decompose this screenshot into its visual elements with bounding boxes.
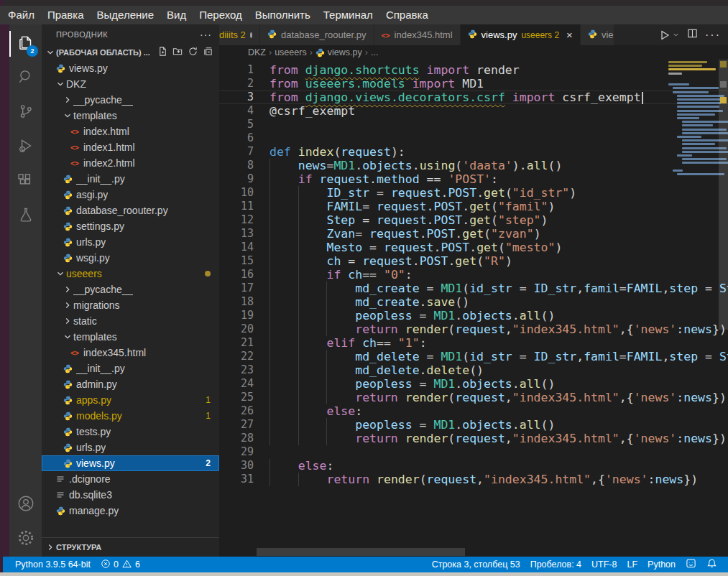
- py-file-icon: [267, 29, 277, 41]
- tree-item-admin.py[interactable]: admin.py: [42, 376, 219, 392]
- breadcrumb-segment[interactable]: DKZ: [248, 47, 266, 57]
- refresh-icon[interactable]: [188, 46, 198, 60]
- settings-button[interactable]: [9, 522, 42, 557]
- line-number: 22: [219, 350, 254, 363]
- horizontal-scrollbar[interactable]: [219, 548, 719, 557]
- tree-item-DKZ[interactable]: DKZ: [42, 76, 219, 92]
- code-line-24: 24peopless = MD1.objects.all(): [219, 377, 728, 391]
- menu-item[interactable]: Правка: [41, 6, 91, 24]
- outline-section-header[interactable]: СТРУКТУРА: [42, 537, 219, 557]
- problems-badge: 1: [206, 395, 211, 405]
- tree-item-__init__.py[interactable]: __init__.py: [42, 361, 219, 376]
- problems-badge: 1: [206, 411, 211, 421]
- code-line-10: 10ID_str = request.POST.get("id_str"): [219, 186, 728, 200]
- run-debug-icon: [17, 136, 35, 158]
- tree-item-tests.py[interactable]: tests.py: [42, 424, 219, 440]
- tree-item-settings.py[interactable]: settings.py: [42, 218, 219, 234]
- tree-item-urls.py[interactable]: urls.py: [42, 234, 219, 250]
- cursor-position-status[interactable]: Строка 3, столбец 53: [427, 558, 525, 571]
- tree-item-static[interactable]: static: [42, 313, 219, 329]
- indentation-status[interactable]: Пробелов: 4: [525, 558, 586, 571]
- play-icon: [659, 29, 671, 41]
- editor-more-actions-icon[interactable]: ···: [705, 29, 721, 42]
- problems-status[interactable]: 0 6: [96, 559, 145, 571]
- workspace-section-header[interactable]: (РАБОЧАЯ ОБЛАСТЬ) ...: [42, 45, 219, 60]
- notifications-button[interactable]: [701, 558, 722, 571]
- tree-item-db.sqlite3[interactable]: db.sqlite3: [42, 487, 219, 503]
- menu-item[interactable]: Выполнить: [249, 6, 317, 24]
- tree-item-__init__.py[interactable]: __init__.py: [42, 171, 219, 187]
- line-number: 17: [219, 282, 254, 295]
- explorer-badge: 2: [27, 45, 38, 57]
- minimap[interactable]: [668, 61, 719, 187]
- settings-gear-icon: [17, 529, 35, 550]
- tab-index345.html[interactable]: <>index345.html: [374, 24, 461, 45]
- split-editor-icon[interactable]: [687, 28, 698, 42]
- tree-item-database_roouter.py[interactable]: database_roouter.py: [42, 203, 219, 218]
- vertical-scrollbar[interactable]: [719, 60, 728, 557]
- line-number: 20: [219, 322, 254, 336]
- activity-run-debug-button[interactable]: [9, 130, 42, 164]
- new-file-icon[interactable]: [157, 46, 168, 60]
- menu-item[interactable]: Вид: [160, 6, 193, 24]
- activity-source-control-button[interactable]: [9, 96, 42, 130]
- tab-database_roouter.py[interactable]: database_roouter.py: [260, 24, 374, 45]
- tree-item-views.py[interactable]: views.py2: [42, 455, 219, 471]
- activity-testing-button[interactable]: [9, 199, 42, 233]
- encoding-status[interactable]: UTF-8: [586, 558, 622, 571]
- collapse-all-icon[interactable]: [203, 46, 213, 60]
- tree-item-useeers[interactable]: useeers: [42, 266, 219, 282]
- python-interpreter-status[interactable]: Python 3.9.5 64-bit: [10, 559, 96, 571]
- activity-explorer-button[interactable]: 2: [9, 27, 42, 61]
- tab-vie[interactable]: vie: [581, 24, 614, 45]
- menu-item[interactable]: Справка: [379, 6, 435, 24]
- tree-item-index.html[interactable]: <>index.html: [42, 124, 219, 139]
- menu-item[interactable]: Файл: [1, 6, 41, 24]
- tree-item-templates[interactable]: templates: [42, 108, 219, 124]
- account-button[interactable]: [9, 488, 42, 522]
- chevron-down-icon: [62, 332, 73, 342]
- code-editor[interactable]: 1from django.shortcuts import render2fro…: [219, 60, 728, 557]
- code-line-23: 23md_delete.delete(): [219, 363, 728, 377]
- breadcrumb-segment[interactable]: views.py: [315, 47, 362, 57]
- tree-item-index1.html[interactable]: <>index1.html: [42, 139, 219, 155]
- feedback-button[interactable]: [681, 558, 701, 571]
- tree-item-views.py[interactable]: views.py: [42, 60, 219, 76]
- line-number: 31: [219, 473, 254, 486]
- tab-diiits 2[interactable]: diiits 2: [219, 24, 260, 45]
- breadcrumb-segment[interactable]: ...: [371, 47, 378, 57]
- tree-item-templates[interactable]: templates: [42, 329, 219, 345]
- tree-item-models.py[interactable]: models.py1: [42, 408, 219, 424]
- tree-item-__pycache__[interactable]: __pycache__: [42, 282, 219, 297]
- breadcrumb-segment[interactable]: useeers: [275, 47, 306, 57]
- tab-views.py[interactable]: views.pyuseeers 2×: [461, 24, 581, 45]
- tree-item-asgi.py[interactable]: asgi.py: [42, 187, 219, 203]
- tree-item-.dcignore[interactable]: .dcignore: [42, 471, 219, 487]
- activity-search-button[interactable]: [9, 61, 42, 96]
- sidebar-more-actions-icon[interactable]: ···: [200, 29, 212, 40]
- close-icon[interactable]: ×: [566, 29, 573, 41]
- chevron-right-icon: [45, 542, 56, 552]
- source-control-icon: [17, 102, 35, 124]
- line-number: 5: [219, 118, 254, 131]
- tree-item-migrations[interactable]: migrations: [42, 297, 219, 313]
- activity-bar: 2: [9, 24, 42, 557]
- run-python-file-button[interactable]: [659, 29, 680, 41]
- tree-item-__pycache__[interactable]: __pycache__: [42, 92, 219, 108]
- menu-item[interactable]: Переход: [193, 6, 249, 24]
- tree-item-index2.html[interactable]: <>index2.html: [42, 155, 219, 171]
- menu-item[interactable]: Терминал: [317, 6, 379, 24]
- tree-item-index345.html[interactable]: <>index345.html: [42, 345, 219, 361]
- menu-item[interactable]: Выделение: [91, 6, 160, 24]
- code-line-16: 16if ch== "0":: [219, 268, 728, 282]
- activity-extensions-button[interactable]: [9, 164, 42, 199]
- tree-item-manage.py[interactable]: manage.py: [42, 503, 219, 519]
- line-number: 11: [219, 200, 254, 213]
- tree-item-apps.py[interactable]: apps.py1: [42, 392, 219, 408]
- tree-item-urls.py[interactable]: urls.py: [42, 440, 219, 455]
- horizontal-scrollbar-thumb[interactable]: [257, 548, 465, 556]
- language-mode-status[interactable]: Python: [642, 558, 681, 571]
- eol-status[interactable]: LF: [622, 558, 642, 571]
- tree-item-wsgi.py[interactable]: wsgi.py: [42, 250, 219, 266]
- new-folder-icon[interactable]: [172, 46, 183, 60]
